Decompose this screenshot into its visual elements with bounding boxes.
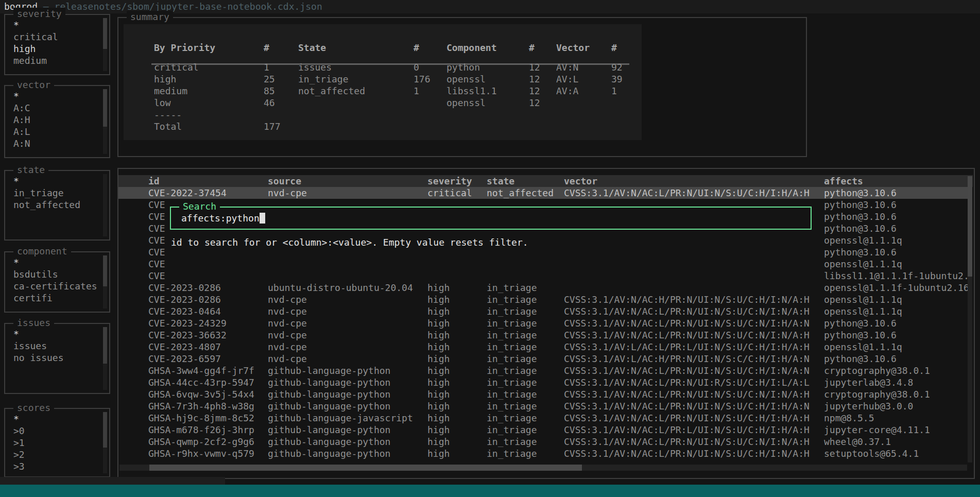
- summary-label: -----: [154, 109, 182, 120]
- filter-option[interactable]: >2: [5, 449, 101, 460]
- table-row[interactable]: GHSA-m678-f26j-3hrp github-language-pyth…: [118, 424, 968, 436]
- filter-option[interactable]: *: [5, 90, 101, 102]
- filter-option[interactable]: critical: [5, 31, 101, 43]
- filter-option[interactable]: A:C: [5, 102, 101, 114]
- filter-option-label: A:H: [13, 114, 30, 125]
- filter-option[interactable]: *: [5, 19, 101, 31]
- table-row[interactable]: GHSA-qwmp-2cf2-g9g6 github-language-pyth…: [118, 436, 968, 448]
- filter-option[interactable]: *: [5, 175, 101, 187]
- cell-state: in_triage: [487, 388, 562, 400]
- col-header-affects: affects: [824, 175, 971, 187]
- filter-option[interactable]: >3: [5, 460, 101, 472]
- table-row[interactable]: CVE-2022-37454 nvd-cpe critical not_affe…: [118, 187, 968, 199]
- summary-vector-row: AV:N92: [556, 61, 578, 73]
- cell-vector: CVSS:3.1/AV:N/AC:H/PR:N/UI:N/S:U/C:H/I:N…: [564, 294, 820, 305]
- scrollbar-track[interactable]: [103, 255, 107, 309]
- table-row[interactable]: CVE-2023-0286 nvd-cpe high in_triage CVS…: [118, 294, 968, 305]
- table-row[interactable]: CVE-2023-6597 nvd-cpe high in_triage CVS…: [118, 353, 968, 365]
- cell-severity: high: [427, 305, 485, 317]
- filter-option[interactable]: high: [5, 43, 101, 55]
- scrollbar-track[interactable]: [103, 327, 107, 390]
- cell-vector: CVSS:3.1/AV:N/AC:L/PR:N/UI:N/S:U/C:N/I:N…: [564, 305, 820, 317]
- summary-col-component: Component: [446, 42, 497, 54]
- cell-id: GHSA-qwmp-2cf2-g9g6: [148, 436, 266, 448]
- summary-col-by-priority: By Priority: [154, 42, 215, 54]
- cell-source: github-language-python: [268, 400, 425, 412]
- filter-option[interactable]: >0: [5, 425, 101, 437]
- cell-state: in_triage: [487, 329, 562, 341]
- table-row[interactable]: GHSA-7r3h-4ph8-w38g github-language-pyth…: [118, 400, 968, 412]
- scrollbar-track[interactable]: [103, 174, 107, 236]
- cell-affects: cryptography@38.0.1: [824, 365, 971, 376]
- filter-option[interactable]: issues: [5, 340, 101, 352]
- filter-option-label: no issues: [13, 352, 64, 363]
- table-row[interactable]: GHSA-hj9c-8jmm-8c52 github-language-java…: [118, 412, 968, 424]
- table-row[interactable]: CVE-2023-36632 nvd-cpe high in_triage CV…: [118, 329, 968, 341]
- cell-severity: high: [427, 400, 485, 412]
- filter-option-label: *: [13, 257, 19, 268]
- cell-state: in_triage: [487, 365, 562, 376]
- vertical-scrollbar-thumb[interactable]: [968, 176, 972, 277]
- table-row[interactable]: GHSA-3ww4-gg4f-jr7f github-language-pyth…: [118, 365, 968, 376]
- summary-col-priority-count: #: [264, 42, 269, 54]
- filter-option[interactable]: *: [5, 328, 101, 340]
- table-row[interactable]: CVE-2023-0286 ubuntu-distro-ubuntu-20.04…: [118, 282, 968, 294]
- horizontal-scrollbar-thumb[interactable]: [149, 465, 582, 471]
- summary-label: not_affected: [298, 85, 365, 96]
- table-row[interactable]: GHSA-6vqw-3v5j-54x4 github-language-pyth…: [118, 388, 968, 400]
- scrollbar-track[interactable]: [103, 89, 107, 154]
- panel-title: summary: [127, 11, 173, 23]
- scrollbar-thumb[interactable]: [103, 255, 107, 286]
- filter-option[interactable]: A:H: [5, 114, 101, 126]
- summary-count: 176: [414, 73, 431, 85]
- text-cursor: [260, 213, 265, 224]
- cell-affects: jupyterhub@3.0.0: [824, 400, 971, 412]
- table-row[interactable]: GHSA-44cc-43rp-5947 github-language-pyth…: [118, 376, 968, 388]
- cell-affects: openssl@1.1.1q: [824, 305, 971, 317]
- cell-affects: npm@8.5.5: [824, 412, 971, 424]
- filter-option[interactable]: in_triage: [5, 187, 101, 199]
- scrollbar-thumb[interactable]: [103, 412, 107, 448]
- filter-option-label: A:L: [13, 126, 30, 137]
- filter-option[interactable]: A:L: [5, 126, 101, 138]
- summary-priority-row: low46: [154, 97, 199, 109]
- cell-severity: critical: [427, 187, 485, 199]
- filter-option[interactable]: A:N: [5, 138, 101, 149]
- search-input[interactable]: affects:python: [181, 212, 265, 225]
- table-row[interactable]: CVE-2023-0464 nvd-cpe high in_triage CVS…: [118, 305, 968, 317]
- search-input-box[interactable]: Search affects:python: [170, 207, 812, 230]
- cell-affects: openssl@1.1.1q: [824, 258, 971, 270]
- filter-option[interactable]: medium: [5, 55, 101, 66]
- filter-option[interactable]: not_affected: [5, 199, 101, 211]
- filter-option[interactable]: >1: [5, 437, 101, 449]
- scrollbar-thumb[interactable]: [103, 327, 107, 364]
- filter-option-label: issues: [13, 340, 47, 351]
- filter-option[interactable]: ca-certificates: [5, 280, 101, 292]
- table-row[interactable]: CVE-2023-4807 nvd-cpe high in_triage CVS…: [118, 341, 968, 353]
- scrollbar-thumb[interactable]: [103, 18, 107, 49]
- filter-option[interactable]: *: [5, 413, 101, 425]
- filter-option[interactable]: no issues: [5, 352, 101, 364]
- summary-vector-row: AV:A1: [556, 85, 578, 97]
- cell-state: in_triage: [487, 436, 562, 448]
- summary-label: AV:L: [556, 74, 578, 84]
- cell-vector: CVSS:3.1/AV:N/AC:L/PR:N/UI:N/S:U/C:N/I:N…: [564, 436, 820, 448]
- scrollbar-track[interactable]: [103, 18, 107, 71]
- filter-option[interactable]: certifi: [5, 292, 101, 304]
- table-row[interactable]: CVE-2023-24329 nvd-cpe high in_triage CV…: [118, 317, 968, 329]
- filter-option[interactable]: *: [5, 256, 101, 268]
- cell-severity: high: [427, 424, 485, 436]
- summary-priority-row: critical1: [154, 61, 199, 73]
- filter-option[interactable]: bsdutils: [5, 268, 101, 280]
- table-horizontal-scrollbar[interactable]: [119, 465, 967, 471]
- scrollbar-track[interactable]: [103, 412, 107, 473]
- table-row[interactable]: GHSA-r9hx-vwmv-q579 github-language-pyth…: [118, 448, 968, 459]
- table-vertical-scrollbar[interactable]: [968, 176, 972, 462]
- summary-label: in_triage: [298, 74, 349, 84]
- scrollbar-thumb[interactable]: [103, 89, 107, 127]
- filter-option-label: >2: [13, 449, 25, 460]
- cell-id: CVE-2023-6597: [148, 353, 266, 365]
- summary-component-row: python12: [446, 61, 497, 73]
- cell-severity: high: [427, 282, 485, 294]
- filter-option-label: >0: [13, 425, 25, 436]
